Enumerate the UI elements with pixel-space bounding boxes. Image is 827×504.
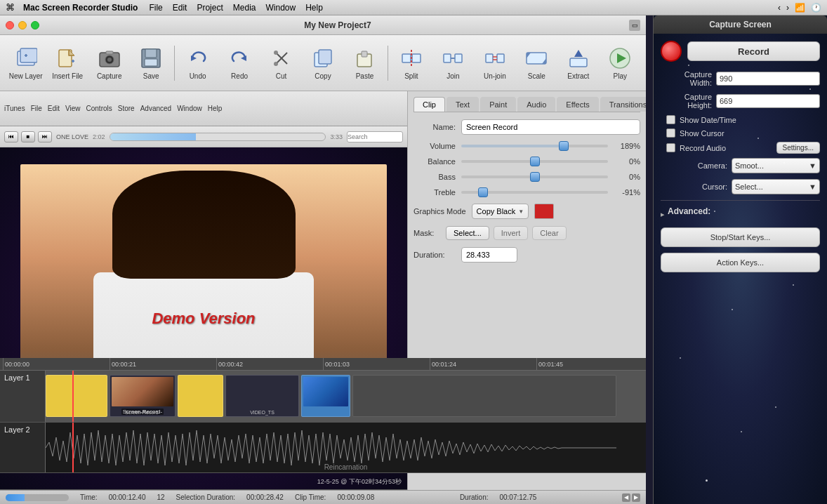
play-button[interactable]: Play xyxy=(600,39,640,88)
minimize-button[interactable] xyxy=(18,21,27,29)
tab-transitions[interactable]: Transitions xyxy=(600,97,646,112)
show-cursor-checkbox[interactable]: ✓ xyxy=(666,128,675,138)
balance-track[interactable] xyxy=(461,160,608,163)
graphics-mode-select[interactable]: Copy Black ▼ xyxy=(472,204,529,219)
menu-edit[interactable]: Edit xyxy=(173,3,187,13)
cap-divider xyxy=(661,200,820,201)
itunes-search[interactable] xyxy=(347,131,403,142)
menu-help[interactable]: Help xyxy=(305,3,323,13)
svg-rect-24 xyxy=(402,54,411,62)
bass-thumb[interactable] xyxy=(530,172,540,182)
tab-clip[interactable]: Clip xyxy=(414,97,445,112)
itunes-progress-fill xyxy=(110,133,197,140)
save-button[interactable]: Save xyxy=(131,39,171,88)
maximize-button[interactable] xyxy=(31,21,39,29)
itunes-menu-advanced[interactable]: Advanced xyxy=(140,105,171,112)
color-swatch[interactable] xyxy=(534,204,554,219)
apple-logo[interactable]: ⌘ xyxy=(6,2,15,13)
clip-block-6[interactable] xyxy=(352,375,616,417)
insert-file-button[interactable]: Insert File xyxy=(47,39,87,88)
scroll-left-btn[interactable]: ◀ xyxy=(622,493,630,502)
itunes-prev-btn[interactable]: ⏮ xyxy=(4,131,18,142)
capture-icon xyxy=(97,46,122,71)
menu-window[interactable]: Window xyxy=(265,3,296,13)
clip-block-3[interactable] xyxy=(178,375,223,417)
scale-button[interactable]: Scale xyxy=(517,39,557,88)
tab-audio[interactable]: Audio xyxy=(517,97,555,112)
camera-select[interactable]: Smoot... ▼ xyxy=(732,158,820,173)
capture-height-input[interactable] xyxy=(716,94,820,108)
unjoin-label: Un-join xyxy=(484,72,506,80)
clip-block-2[interactable]: Screen-Record- Screen-Record- xyxy=(110,375,176,417)
clip-block-1[interactable] xyxy=(46,375,107,417)
show-datetime-checkbox[interactable]: ✓ xyxy=(666,115,675,124)
stop-start-keys-button[interactable]: Stop/Start Keys... xyxy=(661,227,820,247)
main-window: My New Project7 ▭ New Layer Insert File … xyxy=(0,15,646,504)
itunes-menu-itunes[interactable]: iTunes xyxy=(4,105,25,112)
clip-block-5[interactable] xyxy=(301,375,350,417)
menu-project[interactable]: Project xyxy=(197,3,223,13)
status-time-value: 00:00:12.40 xyxy=(109,493,146,501)
clip-block-4[interactable]: VIDEO_TS xyxy=(225,375,299,417)
scroll-right-btn[interactable]: ▶ xyxy=(632,493,640,502)
treble-track[interactable] xyxy=(461,191,608,194)
timeline-area: 00:00:00 00:00:21 00:00:42 00:01:03 00:0… xyxy=(0,358,646,490)
volume-row: Volume 189% xyxy=(414,142,640,150)
itunes-menu-store[interactable]: Store xyxy=(118,105,135,112)
cursor-select[interactable]: Select... ▼ xyxy=(732,179,820,194)
clip-tabs: Clip Text Paint Audio Effects Transition… xyxy=(414,97,640,112)
itunes-menu-window[interactable]: Window xyxy=(177,105,202,112)
itunes-menu-file[interactable]: File xyxy=(31,105,42,112)
nav-forward[interactable]: › xyxy=(786,3,789,13)
menu-media[interactable]: Media xyxy=(233,3,256,13)
volume-thumb[interactable] xyxy=(559,141,569,151)
tab-text[interactable]: Text xyxy=(446,97,479,112)
progress-mini[interactable] xyxy=(6,494,69,501)
tab-paint[interactable]: Paint xyxy=(480,97,516,112)
volume-value: 189% xyxy=(612,142,640,150)
action-keys-button[interactable]: Action Keys... xyxy=(661,253,820,272)
settings-button[interactable]: Settings... xyxy=(776,142,820,154)
extract-button[interactable]: Extract xyxy=(558,39,598,88)
itunes-menu-help[interactable]: Help xyxy=(208,105,223,112)
itunes-menu-view[interactable]: View xyxy=(65,105,81,112)
capture-width-input[interactable] xyxy=(716,72,820,86)
undo-button[interactable]: Undo xyxy=(178,39,218,88)
itunes-menu-edit[interactable]: Edit xyxy=(48,105,60,112)
timeline-playhead-layer2 xyxy=(72,423,74,472)
unjoin-button[interactable]: Un-join xyxy=(475,39,515,88)
balance-thumb[interactable] xyxy=(530,157,540,166)
star-1 xyxy=(688,65,689,66)
timeline-playhead[interactable] xyxy=(72,371,74,422)
capture-button[interactable]: Capture xyxy=(89,39,129,88)
cut-button[interactable]: Cut xyxy=(261,39,301,88)
new-layer-button[interactable]: New Layer xyxy=(6,39,46,88)
itunes-play-pause-btn[interactable]: ■ xyxy=(21,131,35,142)
split-button[interactable]: Split xyxy=(391,39,431,88)
record-audio-checkbox[interactable]: ✓ xyxy=(666,143,675,152)
itunes-progress[interactable] xyxy=(110,133,326,141)
tab-effects[interactable]: Effects xyxy=(557,97,598,112)
record-red-button[interactable] xyxy=(661,41,682,62)
record-button[interactable]: Record xyxy=(687,41,820,61)
mask-invert-button[interactable]: Invert xyxy=(494,226,529,240)
volume-track[interactable] xyxy=(461,145,608,147)
menu-file[interactable]: File xyxy=(149,3,162,13)
itunes-next-btn[interactable]: ⏭ xyxy=(38,131,52,142)
copy-button[interactable]: Copy xyxy=(303,39,343,88)
toolbar-divider-2 xyxy=(388,46,388,81)
nav-back[interactable]: ‹ xyxy=(778,3,781,13)
itunes-menu-controls[interactable]: Controls xyxy=(86,105,112,112)
bass-track[interactable] xyxy=(461,175,608,178)
mask-select-button[interactable]: Select... xyxy=(446,226,489,240)
treble-thumb[interactable] xyxy=(478,187,488,197)
duration-input[interactable] xyxy=(461,247,517,263)
name-input[interactable] xyxy=(461,119,640,135)
window-control-btn[interactable]: ▭ xyxy=(629,20,640,31)
mask-clear-button[interactable]: Clear xyxy=(532,226,566,240)
svg-rect-27 xyxy=(444,54,451,62)
join-button[interactable]: Join xyxy=(433,39,473,88)
close-button[interactable] xyxy=(6,21,14,29)
redo-button[interactable]: Redo xyxy=(219,39,259,88)
paste-button[interactable]: Paste xyxy=(345,39,385,88)
